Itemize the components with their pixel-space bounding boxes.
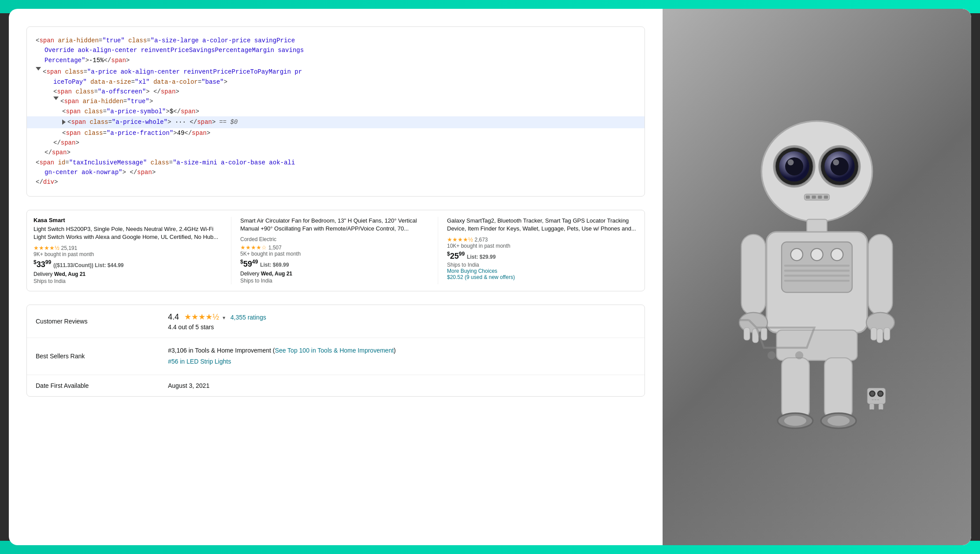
svg-point-20 xyxy=(811,248,823,260)
svg-rect-30 xyxy=(761,327,767,340)
product-1-ships: Ships to India xyxy=(34,278,224,284)
svg-rect-31 xyxy=(868,234,893,315)
code-line-2b: iceToPay" data-a-size="xl" data-a-color=… xyxy=(36,77,636,87)
svg-point-53 xyxy=(868,409,875,412)
product-panel: Kasa Smart Light Switch HS200P3, Single … xyxy=(26,210,645,291)
code-line-5: <span class="a-price-symbol">$</span> xyxy=(36,107,636,116)
date-label: Date First Available xyxy=(36,382,168,389)
product-3-bought: 10K+ bought in past month xyxy=(447,243,638,249)
robot-svg xyxy=(707,101,927,454)
rank-link-1[interactable]: See Top 100 in Tools & Home Improvement xyxy=(275,347,394,354)
rating-number: 4.4 xyxy=(168,312,179,321)
dropdown-arrow-icon[interactable]: ▾ xyxy=(223,315,225,321)
content-area: <span aria-hidden="true" class="a-size-l… xyxy=(9,9,663,545)
svg-rect-35 xyxy=(884,327,890,340)
svg-point-58 xyxy=(795,351,803,359)
svg-rect-40 xyxy=(824,357,852,418)
svg-rect-43 xyxy=(867,388,885,404)
svg-rect-24 xyxy=(784,275,850,277)
svg-rect-51 xyxy=(869,403,874,410)
code-line-10: <span id="taxInclusiveMessage" class="a-… xyxy=(36,158,636,167)
svg-rect-14 xyxy=(818,195,822,198)
rank-link-2[interactable]: #56 in LED Strip Lights xyxy=(168,358,231,365)
code-line-11: </div> xyxy=(36,177,636,187)
svg-rect-37 xyxy=(782,357,809,418)
svg-point-54 xyxy=(878,409,884,412)
product-2-bought: 5K+ bought in past month xyxy=(240,251,431,257)
svg-point-42 xyxy=(827,416,850,426)
svg-rect-49 xyxy=(875,399,876,400)
code-line-3: <span class="a-offscreen"> </span> xyxy=(36,87,636,97)
product-2-title: Smart Air Circulator Fan for Bedroom, 13… xyxy=(240,217,431,233)
code-line-1: <span aria-hidden="true" class="a-size-l… xyxy=(36,36,636,45)
svg-rect-22 xyxy=(784,264,850,267)
product-1-price: $3399 (($11.33/Count)) List: $44.99 xyxy=(34,259,224,269)
product-1-delivery: Delivery Wed, Aug 21 xyxy=(34,271,224,277)
product-3-buying-price: $20.52 (9 used & new offers) xyxy=(447,274,638,280)
date-value: August 3, 2021 xyxy=(168,382,636,389)
robot-image xyxy=(663,9,971,545)
reviews-row-rank: Best Sellers Rank #3,106 in Tools & Home… xyxy=(27,338,645,375)
svg-point-4 xyxy=(788,159,794,165)
robot-area xyxy=(663,9,971,545)
reviews-label: Customer Reviews xyxy=(36,318,168,325)
product-2-delivery: Delivery Wed, Aug 21 xyxy=(240,271,431,277)
product-3-stars: ★★★★½ 2,673 xyxy=(447,236,638,243)
svg-point-57 xyxy=(768,351,775,359)
code-line-1c: Percentage">-15%</span> xyxy=(36,56,636,65)
reviews-value: 4.4 ★★★★½ ▾ 4,355 ratings 4.4 out of 5 s… xyxy=(168,312,636,331)
reviews-row-rating: Customer Reviews 4.4 ★★★★½ ▾ 4,355 ratin… xyxy=(27,305,645,338)
reviews-row-date: Date First Available August 3, 2021 xyxy=(27,375,645,396)
code-line-7: <span class="a-price-fraction">49</span> xyxy=(36,128,636,138)
product-1-stars: ★★★★½ 25,191 xyxy=(34,245,224,251)
rank-value: #3,106 in Tools & Home Improvement (See … xyxy=(168,345,636,367)
svg-rect-50 xyxy=(877,399,879,400)
product-1-brand: Kasa Smart xyxy=(34,217,224,223)
reviews-panel: Customer Reviews 4.4 ★★★★½ ▾ 4,355 ratin… xyxy=(26,305,645,396)
code-line-8: </span> xyxy=(36,138,636,148)
product-2-price: $5949 List: $69.99 xyxy=(240,259,431,269)
svg-rect-28 xyxy=(744,327,750,340)
svg-rect-15 xyxy=(824,195,828,198)
svg-rect-25 xyxy=(784,279,850,282)
svg-rect-12 xyxy=(806,195,810,198)
ratings-link[interactable]: 4,355 ratings xyxy=(231,314,266,321)
product-2-ships: Ships to India xyxy=(240,278,431,284)
svg-point-19 xyxy=(791,248,803,260)
svg-rect-52 xyxy=(879,403,883,410)
product-item-2: Smart Air Circulator Fan for Bedroom, 13… xyxy=(240,217,438,284)
svg-point-47 xyxy=(878,391,882,395)
product-2-seller: Corded Electric xyxy=(240,236,431,242)
svg-point-8 xyxy=(831,157,849,175)
product-3-price: $2599 List: $29.99 xyxy=(447,251,638,261)
product-1-title: Light Switch HS200P3, Single Pole, Needs… xyxy=(34,225,224,241)
code-line-9: </span> xyxy=(36,148,636,157)
product-1-bought: 9K+ bought in past month xyxy=(34,251,224,257)
svg-rect-36 xyxy=(777,330,857,361)
code-line-2: <span class="a-price aok-align-center re… xyxy=(36,67,636,77)
rating-subtext: 4.4 out of 5 stars xyxy=(168,323,636,331)
code-line-10b: gn-center aok-nowrap"> </span> xyxy=(36,167,636,177)
svg-point-45 xyxy=(870,391,874,395)
product-3-ships: Ships to India xyxy=(447,262,638,268)
svg-rect-26 xyxy=(742,234,766,315)
svg-rect-13 xyxy=(812,195,816,198)
code-line-1b: Override aok-align-center reinventPriceS… xyxy=(36,45,636,55)
svg-rect-48 xyxy=(872,399,874,400)
code-panel: <span aria-hidden="true" class="a-size-l… xyxy=(26,26,645,197)
best-sellers-label: Best Sellers Rank xyxy=(36,353,168,360)
svg-rect-34 xyxy=(877,328,883,342)
product-3-buying[interactable]: More Buying Choices xyxy=(447,268,638,274)
product-item-3: Galaxy SmartTag2, Bluetooth Tracker, Sma… xyxy=(447,217,638,284)
product-2-stars: ★★★★☆ 1,507 xyxy=(240,244,431,251)
code-line-highlighted: <span class="a-price-whole"> ··· </span>… xyxy=(27,116,645,128)
svg-point-9 xyxy=(833,159,839,165)
product-3-title: Galaxy SmartTag2, Bluetooth Tracker, Sma… xyxy=(447,217,638,233)
svg-point-3 xyxy=(785,157,803,175)
code-line-4: <span aria-hidden="true"> xyxy=(36,97,636,106)
svg-rect-33 xyxy=(871,327,877,340)
svg-point-21 xyxy=(831,248,843,260)
product-item-1: Kasa Smart Light Switch HS200P3, Single … xyxy=(34,217,231,284)
svg-rect-23 xyxy=(784,269,850,271)
svg-point-39 xyxy=(784,416,806,426)
